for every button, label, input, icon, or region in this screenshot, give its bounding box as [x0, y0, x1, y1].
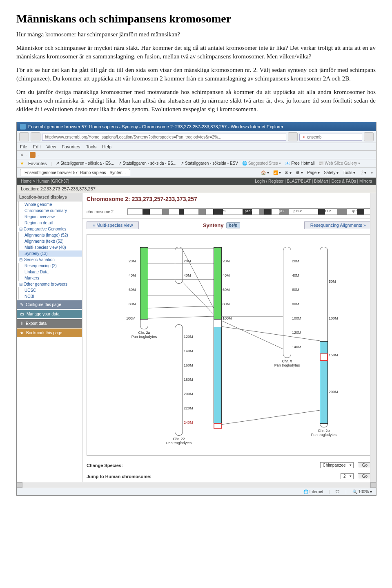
refresh-button[interactable] [288, 132, 298, 141]
fav-link[interactable]: 🌐 Suggested Sites ▾ [242, 161, 281, 165]
band-label: p11.2 [294, 209, 302, 213]
address-bar[interactable]: http://www.ensembl.org/Homo_sapiens/Loca… [42, 134, 286, 141]
band-label: p16.1 [245, 209, 253, 213]
svg-line-11 [221, 320, 283, 349]
sidebar-item[interactable]: Markers [18, 275, 82, 281]
horizontal-scrollbar[interactable] [17, 482, 376, 488]
zoom-level[interactable]: 🔍 100% ▾ [352, 490, 372, 494]
chrom-2a-caption: Chr. 2aPan troglodytes [128, 331, 160, 339]
fav-link[interactable]: 📰 Web Slice Gallery ▾ [318, 161, 360, 165]
back-button[interactable] [19, 132, 29, 141]
change-species-row: Change Species: Chimpanzee Go [82, 460, 376, 471]
sidebar-group[interactable]: ⊟ Comparative Genomics [17, 226, 82, 232]
help-button[interactable]: help [226, 222, 241, 228]
sidebar-item-synteny[interactable]: Synteny (13) [18, 250, 82, 257]
doc-p1: Hur många kromosomer har schimpanser jäm… [16, 30, 376, 39]
forward-button[interactable] [31, 132, 40, 141]
sidebar-item[interactable]: Region overview [18, 214, 82, 220]
band-label: q11.2 [323, 209, 331, 213]
close-icon[interactable]: ✕ [20, 152, 24, 158]
band-label: p12 [279, 209, 284, 213]
bookmark-page-button[interactable]: ★ Bookmark this page [17, 329, 82, 337]
search-go-button[interactable] [364, 132, 374, 141]
svg-line-6 [182, 249, 214, 308]
browser-tab[interactable]: Ensembl genome browser 57: Homo sapiens … [20, 169, 130, 176]
sidebar-header: Location-based displays [17, 193, 82, 201]
ensembl-header: Home > Human (GRCh37) Login / Register |… [17, 178, 376, 185]
synteny-title: Synteny help [203, 222, 240, 228]
prev-view-button[interactable]: « Multi-species view [87, 221, 139, 229]
menu-view[interactable]: View [47, 144, 56, 149]
synteny-plot: 20M 40M 60M 80M 100M Chr. 2aPan troglody… [87, 234, 372, 456]
svg-line-9 [221, 410, 320, 425]
menu-bar: File Edit View Favorites Tools Help [17, 143, 376, 151]
manage-data-button[interactable]: 🗀 Manage your data [17, 310, 82, 318]
toolbar-icon[interactable] [30, 152, 36, 158]
protected-mode-icon: 🛡 [336, 490, 340, 494]
mail-icon[interactable]: ✉ ▾ [285, 170, 292, 175]
menu-help[interactable]: Help [102, 144, 111, 149]
sidebar: Location-based displays Whole genome Chr… [17, 193, 82, 482]
svg-line-4 [147, 306, 214, 308]
sidebar-item[interactable]: NCBI [18, 293, 82, 300]
menu-tools[interactable]: Tools [86, 144, 97, 149]
tab-toolbar: 🏠 ▾ 📶 ▾ ✉ ▾ 🖶 ▾ Page ▾ Safety ▾ Tools ▾ … [261, 170, 373, 175]
header-links[interactable]: Login / Register | BLAST/BLAT | BioMart … [255, 179, 372, 183]
page-menu[interactable]: Page ▾ [307, 170, 320, 175]
chrom-x-caption: Chr. XPan troglodytes [271, 359, 303, 367]
favorites-bar: ★ Favorites | ↗ Statsliggaren - söksida … [17, 159, 376, 168]
vertical-scrollbar[interactable] [370, 193, 376, 482]
band-label: p21 [220, 209, 226, 213]
home-icon[interactable]: 🏠 ▾ [261, 170, 269, 175]
species-select[interactable]: Chimpanzee [320, 462, 354, 468]
chrom-22-caption: Chr. 22Pan troglodytes [163, 437, 195, 445]
sidebar-group[interactable]: ⊟ Other genome browsers [17, 281, 82, 287]
svg-line-8 [221, 326, 320, 341]
sidebar-item[interactable]: Linkage Data [18, 269, 82, 275]
help-icon[interactable]: ❔▾ [359, 170, 366, 175]
google-icon: ✦ [302, 135, 305, 139]
menu-edit[interactable]: Edit [33, 144, 41, 149]
fav-link[interactable]: ↗ Statsliggaren - söksida - ES... [56, 161, 114, 165]
tools-menu[interactable]: Tools ▾ [343, 170, 355, 175]
feed-icon[interactable]: 📶 ▾ [273, 170, 281, 175]
sidebar-item[interactable]: Region in detail [18, 220, 82, 226]
jump-chrom-row: Jump to Human chromosome: 2 Go [82, 471, 376, 482]
fav-link[interactable]: 📧 Free Hotmail [285, 161, 314, 165]
favorites-star-icon[interactable]: ★ [20, 161, 24, 166]
menu-file[interactable]: File [20, 144, 27, 149]
content-heading: Chromosome 2: 233,273,257-233,373,257 [82, 193, 376, 205]
print-icon[interactable]: 🖶 ▾ [296, 170, 303, 175]
sidebar-item[interactable]: Alignments (text) (52) [18, 238, 82, 244]
tab-bar: Ensembl genome browser 57: Homo sapiens … [17, 168, 376, 178]
export-data-button[interactable]: ⇩ Export data [17, 319, 82, 328]
doc-p4: Om du jämför övriga mänskliga kromosomer… [16, 88, 376, 114]
ie-icon [20, 124, 26, 130]
sidebar-item[interactable]: Chromosome summary [18, 208, 82, 214]
sidebar-item[interactable]: Resequencing (2) [18, 263, 82, 269]
change-species-label: Change Species: [87, 463, 156, 468]
chromosome-ideogram[interactable]: p21 p16.1 p13 p12 p11.2 q11.2 q13 [127, 208, 372, 215]
chromosome-label: chromosome 2 [87, 210, 123, 214]
next-view-button[interactable]: Resequencing Alignments » [304, 221, 372, 229]
doc-title: Människans och schimpansens kromosomer [16, 12, 376, 25]
fav-link[interactable]: ↗ Statsliggaren - söksida - ESV [180, 161, 238, 165]
breadcrumb[interactable]: Home > Human (GRCh37) [21, 179, 69, 183]
search-box[interactable]: ✦ ensembl [299, 134, 362, 141]
chrom-select[interactable]: 2 [341, 473, 354, 479]
safety-menu[interactable]: Safety ▾ [324, 170, 339, 175]
menu-favorites[interactable]: Favorites [62, 144, 80, 149]
expand-icon[interactable]: » [370, 170, 373, 175]
sidebar-item[interactable]: Alignments (image) (52) [18, 232, 82, 238]
sidebar-item[interactable]: Multi-species view (48) [18, 244, 82, 250]
configure-page-button[interactable]: ✎ Configure this page [17, 300, 82, 309]
doc-p3: För att se hur det kan ha gått till går … [16, 66, 376, 83]
fav-link[interactable]: ↗ Statsliggaren - söksida - ES... [118, 161, 177, 165]
sidebar-item[interactable]: UCSC [18, 287, 82, 293]
search-text: ensembl [307, 135, 323, 139]
sidebar-group[interactable]: ⊟ Genetic Variation [17, 257, 82, 263]
chrom-22-lower [175, 324, 183, 436]
sidebar-item[interactable]: Whole genome [18, 201, 82, 208]
window-titlebar: Ensembl genome browser 57: Homo sapiens … [17, 122, 376, 131]
svg-line-7 [182, 282, 214, 314]
